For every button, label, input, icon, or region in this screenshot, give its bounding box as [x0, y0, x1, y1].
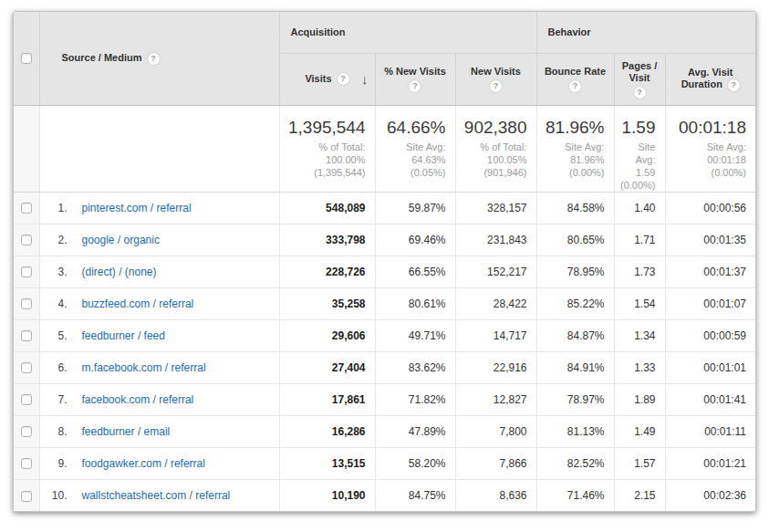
row-rank: 7.	[40, 393, 68, 406]
summary-sub-paren: (0.00%)	[670, 166, 747, 179]
new-visits-value: 328,157	[455, 192, 536, 224]
row-checkbox-cell	[14, 447, 39, 479]
row-rank: 10.	[40, 489, 68, 502]
row-checkbox[interactable]	[21, 298, 32, 309]
summary-visits: 1,395,544 % of Total: 100.00% (1,395,544…	[279, 105, 375, 192]
summary-sub-value: 81.96%	[541, 153, 605, 166]
new-visits-value: 12,827	[455, 383, 536, 415]
column-header-pct-new-visits[interactable]: % New Visits ?	[375, 53, 455, 105]
select-all-checkbox[interactable]	[21, 53, 32, 64]
pct-new-visits-value: 66.55%	[375, 256, 455, 287]
source-medium-link[interactable]: pinterest.com / referral	[82, 202, 192, 214]
table-row: 1.pinterest.com / referral 548,089 59.87…	[14, 192, 755, 224]
pages-per-visit-value: 1.89	[614, 383, 665, 415]
row-checkbox[interactable]	[21, 266, 32, 277]
pct-new-visits-value: 58.20%	[375, 447, 455, 479]
column-header-pages-per-visit[interactable]: Pages / Visit ?	[614, 53, 665, 105]
help-icon[interactable]: ?	[409, 80, 421, 92]
source-medium-link[interactable]: google / organic	[82, 234, 160, 246]
source-medium-link[interactable]: feedburner / feed	[82, 329, 165, 342]
summary-sub-value: 1.59	[618, 166, 656, 179]
row-rank: 5.	[40, 329, 68, 342]
source-medium-link[interactable]: (direct) / (none)	[82, 266, 157, 278]
column-header-bounce-rate[interactable]: Bounce Rate ?	[536, 53, 614, 105]
visits-value: 29,606	[279, 319, 375, 351]
bounce-rate-label: Bounce Rate	[545, 66, 606, 78]
source-medium-label: Source / Medium	[62, 52, 142, 63]
table-row: 8.feedburner / email 16,286 47.89% 7,800…	[14, 415, 755, 447]
row-checkbox[interactable]	[21, 458, 32, 469]
row-checkbox-cell	[14, 351, 39, 383]
visits-label: Visits	[305, 73, 331, 84]
bounce-rate-value: 78.97%	[536, 383, 614, 415]
bounce-rate-value: 84.58%	[536, 192, 614, 224]
pct-new-visits-value: 59.87%	[375, 192, 455, 224]
pct-new-visits-value: 83.62%	[375, 351, 455, 383]
table-row: 7.facebook.com / referral 17,861 71.82% …	[14, 383, 755, 415]
pages-per-visit-value: 1.57	[614, 447, 665, 479]
source-medium-cell: 1.pinterest.com / referral	[39, 192, 279, 224]
bounce-rate-value: 84.87%	[536, 319, 614, 351]
behavior-label: Behavior	[548, 26, 591, 37]
row-checkbox-cell	[14, 256, 39, 287]
pages-per-visit-value: 1.49	[614, 415, 665, 447]
source-medium-cell: 6.m.facebook.com / referral	[39, 351, 279, 383]
summary-pages-per-visit-value: 1.59	[618, 118, 656, 138]
source-medium-link[interactable]: buzzfeed.com / referral	[82, 297, 194, 310]
help-icon[interactable]: ?	[148, 53, 160, 65]
avg-visit-duration-value: 00:01:37	[665, 256, 755, 287]
source-medium-cell: 10.wallstcheatsheet.com / referral	[39, 479, 279, 511]
summary-checkbox-cell	[14, 105, 39, 192]
source-medium-link[interactable]: facebook.com / referral	[82, 393, 194, 406]
row-checkbox-cell	[14, 287, 39, 319]
row-rank: 3.	[40, 266, 68, 278]
new-visits-value: 7,800	[455, 415, 536, 447]
column-header-visits[interactable]: Visits? ↓	[279, 53, 375, 105]
help-icon[interactable]: ?	[634, 87, 646, 99]
source-medium-link[interactable]: m.facebook.com / referral	[82, 361, 206, 374]
row-checkbox[interactable]	[21, 362, 32, 373]
summary-sub-label: % of Total:	[460, 141, 527, 153]
help-icon[interactable]: ?	[490, 80, 502, 92]
row-checkbox[interactable]	[21, 235, 32, 245]
summary-sub-label: % of Total:	[284, 141, 366, 153]
help-icon[interactable]: ?	[569, 80, 581, 92]
new-visits-value: 152,217	[455, 256, 536, 287]
summary-row: 1,395,544 % of Total: 100.00% (1,395,544…	[14, 105, 755, 192]
bounce-rate-value: 71.46%	[536, 479, 614, 511]
source-medium-link[interactable]: wallstcheatsheet.com / referral	[82, 489, 231, 502]
row-rank: 9.	[40, 457, 68, 470]
column-header-avg-visit-duration[interactable]: Avg. Visit Duration?	[665, 53, 755, 105]
summary-new-visits-value: 902,380	[460, 118, 527, 138]
pages-per-visit-value: 1.54	[614, 287, 665, 319]
row-checkbox[interactable]	[21, 330, 32, 341]
new-visits-value: 28,422	[455, 287, 536, 319]
source-medium-link[interactable]: foodgawker.com / referral	[82, 457, 205, 470]
summary-bounce-rate: 81.96% Site Avg: 81.96% (0.00%)	[536, 105, 614, 192]
row-rank: 4.	[40, 297, 68, 310]
table-row: 10.wallstcheatsheet.com / referral 10,19…	[14, 479, 755, 511]
visits-value: 228,726	[279, 256, 375, 287]
sort-descending-icon[interactable]: ↓	[361, 70, 369, 86]
column-header-source-medium[interactable]: Source / Medium?	[39, 12, 279, 105]
pages-per-visit-value: 1.71	[614, 224, 665, 256]
summary-avg-visit-duration: 00:01:18 Site Avg: 00:01:18 (0.00%)	[665, 105, 755, 192]
row-checkbox[interactable]	[21, 394, 32, 405]
help-icon[interactable]: ?	[338, 73, 349, 85]
pages-per-visit-value: 2.15	[614, 479, 665, 511]
row-checkbox[interactable]	[21, 491, 32, 502]
source-medium-link[interactable]: feedburner / email	[82, 425, 171, 438]
row-checkbox[interactable]	[21, 203, 32, 214]
summary-sub-value: 100.00%	[284, 153, 366, 166]
column-header-new-visits[interactable]: New Visits ?	[455, 53, 536, 105]
visits-value: 333,798	[279, 224, 375, 256]
help-icon[interactable]: ?	[728, 79, 740, 91]
pages-per-visit-value: 1.33	[614, 351, 665, 383]
bounce-rate-value: 82.52%	[536, 447, 614, 479]
summary-sub-label: Site Avg:	[379, 141, 446, 153]
row-checkbox[interactable]	[21, 426, 32, 437]
avg-visit-duration-value: 00:00:56	[665, 192, 755, 224]
avg-visit-duration-value: 00:00:59	[665, 319, 755, 351]
avg-visit-duration-label: Avg. Visit Duration	[681, 67, 733, 89]
new-visits-value: 7,866	[455, 447, 536, 479]
